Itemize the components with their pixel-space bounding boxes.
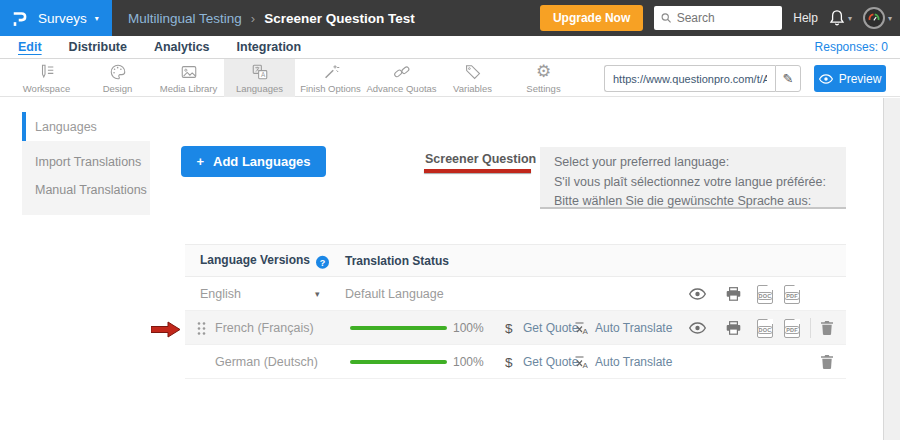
tool-languages[interactable]: A Languages [224,59,295,97]
survey-section-tabs: Edit Distribute Analytics Integration Re… [0,36,900,59]
actions-divider [810,318,811,338]
sidebar-item-manual-translations[interactable]: Manual Translations [22,176,150,204]
pencil-icon: ✎ [783,71,794,86]
auto-translate-icon[interactable]: A [573,354,588,372]
questionpro-app: Surveys ▾ Multilingual Testing › Screene… [0,0,900,440]
annotation-arrow-icon [151,321,181,338]
trash-icon [821,321,833,335]
screener-line-fr: S'il vous plaît sélectionnez votre langu… [554,173,832,193]
preview-language-button[interactable] [683,277,711,311]
printer-icon [726,321,741,335]
table-header-row: Language Versions? Translation Status [185,244,846,277]
doc-file-icon: DOC [757,285,773,304]
get-quote-link[interactable]: Get Quote [523,321,578,335]
progress-percent: 100% [453,355,484,369]
language-name: French (Français) [215,321,314,335]
tool-settings[interactable]: ⚙ Settings [508,59,579,97]
tool-design[interactable]: Design [82,59,153,97]
tool-workspace[interactable]: Workspace [11,59,82,97]
languages-page: Languages Import Translations Manual Tra… [0,98,900,440]
translation-progress-bar [350,360,447,364]
account-menu[interactable]: ▾ [863,7,892,29]
edit-toolbar: Workspace Design Media Library [0,59,900,97]
palette-icon [108,63,128,81]
search-box[interactable] [654,6,782,30]
responses-count[interactable]: Responses: 0 [815,40,900,54]
export-pdf-button[interactable]: PDF [778,277,806,311]
plus-icon: + [196,154,204,169]
doc-file-icon: DOC [757,319,773,338]
export-doc-button[interactable]: DOC [751,277,779,311]
screener-question-label: Screener Question : [425,152,544,166]
dollar-icon[interactable]: $ [505,354,513,369]
delete-language-button[interactable] [813,345,841,379]
tool-variables[interactable]: Variables [437,59,508,97]
language-dropdown[interactable]: English [200,287,241,301]
tool-advance-quotas[interactable]: Advance Quotas [366,59,437,97]
survey-url-input[interactable] [604,65,775,92]
survey-url-group: ✎ [604,65,801,92]
auto-translate-link[interactable]: Auto Translate [595,321,672,335]
breadcrumb-survey-name[interactable]: Multilingual Testing [128,11,242,26]
magic-wand-icon [321,63,341,81]
translate-icon: A [250,63,270,81]
surveys-menu[interactable]: Surveys ▾ [0,0,112,36]
bell-icon [829,9,845,27]
chevron-down-icon: ▾ [888,14,892,23]
export-pdf-button[interactable]: PDF [778,311,806,345]
screener-question-box: Select your preferred language: S'il vou… [540,147,846,209]
top-navbar: Surveys ▾ Multilingual Testing › Screene… [0,0,900,36]
tab-integration[interactable]: Integration [237,40,302,54]
auto-translate-link[interactable]: Auto Translate [595,355,672,369]
print-button[interactable] [719,277,747,311]
eye-icon [689,322,706,334]
drag-handle[interactable] [197,321,206,339]
workspace-icon [37,63,57,81]
tab-edit[interactable]: Edit [18,40,42,54]
gear-icon: ⚙ [536,63,551,81]
language-versions-table: Language Versions? Translation Status En… [185,244,846,379]
breadcrumb-page-title: Screener Question Test [264,11,415,26]
eye-icon [689,288,706,300]
tab-analytics[interactable]: Analytics [154,40,210,54]
chevron-down-icon[interactable]: ▾ [315,289,320,299]
help-icon[interactable]: ? [316,256,329,269]
pdf-file-icon: PDF [784,319,800,338]
sidebar-item-import-translations[interactable]: Import Translations [22,148,150,176]
sidebar-item-languages[interactable]: Languages [22,112,150,141]
export-doc-button[interactable]: DOC [751,311,779,345]
drag-dots-icon [197,321,206,336]
svg-text:A: A [583,361,589,370]
table-row-german: German (Deutsch) 100% $ Get Quote A Auto… [185,345,846,379]
trash-icon [821,355,833,369]
tool-finish-options[interactable]: Finish Options [295,59,366,97]
preview-button[interactable]: Preview [814,65,886,92]
upgrade-now-button[interactable]: Upgrade Now [540,5,643,31]
breadcrumb-separator-icon: › [251,11,255,26]
sidebar-group: Import Translations Manual Translations [22,141,150,215]
edit-url-button[interactable]: ✎ [775,65,801,92]
page-gutter [883,98,900,440]
notifications-menu[interactable]: ▾ [829,9,852,27]
delete-language-button[interactable] [813,311,841,345]
screener-line-de: Bitte wählen Sie die gewünschte Sprache … [554,192,832,212]
print-button[interactable] [719,311,747,345]
add-languages-button[interactable]: + Add Languages [181,146,326,177]
dollar-icon[interactable]: $ [505,320,513,335]
auto-translate-icon[interactable]: A [573,320,588,338]
topnav-actions: Upgrade Now Help ▾ [540,5,900,31]
tool-media-library[interactable]: Media Library [153,59,224,97]
preview-language-button[interactable] [683,311,711,345]
avatar [863,7,885,29]
help-link[interactable]: Help [793,11,818,25]
tab-distribute[interactable]: Distribute [69,40,127,54]
chevron-down-icon: ▾ [95,14,99,23]
search-input[interactable] [677,11,776,25]
tag-icon [463,63,483,81]
get-quote-link[interactable]: Get Quote [523,355,578,369]
annotation-underline [424,169,531,173]
search-icon [661,12,671,24]
table-row-english: English ▾ Default Language [185,277,846,311]
printer-icon [726,287,741,301]
eye-icon [819,74,833,84]
